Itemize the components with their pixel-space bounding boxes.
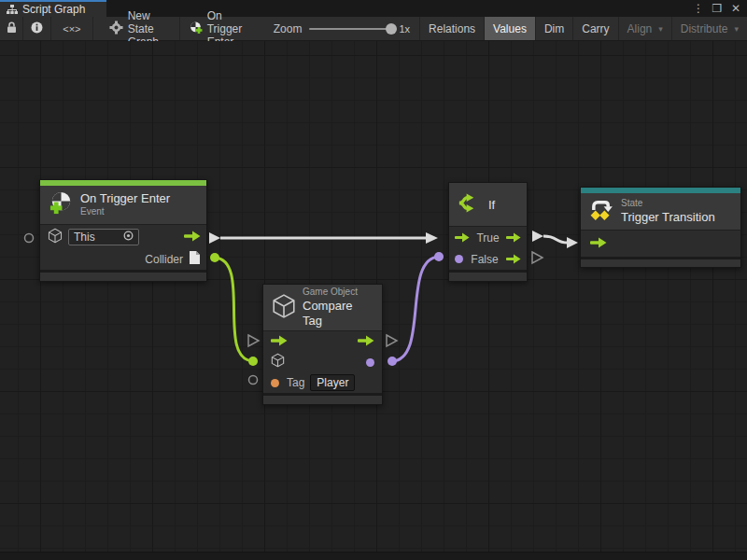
window-bottom-edge	[0, 552, 747, 560]
control-output-port[interactable]	[358, 333, 374, 350]
lock-button[interactable]	[0, 17, 23, 40]
node-category: State	[621, 198, 715, 210]
control-output-port[interactable]	[184, 229, 201, 245]
graph-canvas[interactable]: On Trigger Enter Event This	[0, 41, 747, 560]
zoom-slider-knob[interactable]	[386, 23, 397, 35]
unconnected-port-ring[interactable]	[25, 234, 34, 243]
tag-value-field[interactable]: Player	[310, 374, 355, 391]
distribute-dropdown[interactable]: Distribute▾	[671, 17, 747, 40]
unconnected-port-triangle[interactable]	[532, 252, 543, 263]
close-icon[interactable]: ✕	[728, 1, 743, 16]
game-object-cube-icon	[48, 228, 63, 247]
false-port-label: False	[471, 253, 498, 266]
values-button[interactable]: Values	[484, 17, 535, 40]
distribute-label: Distribute	[681, 22, 728, 35]
zoom-value: 1x	[399, 23, 410, 35]
info-button[interactable]	[23, 17, 51, 40]
dim-button[interactable]: Dim	[535, 17, 572, 40]
node-header: Game Object Compare Tag	[263, 285, 382, 331]
carry-label: Carry	[582, 22, 609, 35]
node-body	[581, 231, 740, 257]
unconnected-port-triangle[interactable]	[387, 335, 397, 346]
node-trigger-transition[interactable]: State Trigger Transition	[580, 187, 741, 268]
control-input-port[interactable]	[271, 333, 288, 350]
node-header: If	[449, 183, 527, 227]
zoom-slider[interactable]	[309, 28, 391, 30]
wire-control-ote-to-if[interactable]	[209, 232, 438, 244]
view-toggle-group: Relations Values Dim Carry Align▾ Distri…	[419, 17, 747, 40]
port-row-true: True	[449, 227, 527, 248]
window-menu-icon[interactable]: ⋮	[691, 1, 706, 16]
node-title: If	[488, 198, 495, 212]
branch-icon	[458, 191, 481, 218]
control-input-port[interactable]	[590, 235, 607, 252]
port-row-control	[263, 331, 382, 352]
wire-bool-comparetag-to-if[interactable]	[388, 252, 444, 366]
port-row-tag: Tag Player	[263, 372, 382, 393]
tab-script-graph[interactable]: Script Graph	[0, 0, 106, 17]
node-footer	[263, 393, 382, 404]
carry-button[interactable]: Carry	[572, 17, 617, 40]
control-input-port[interactable]	[455, 230, 470, 246]
on-trigger-enter-icon	[49, 190, 74, 219]
node-title: On Trigger Enter	[80, 191, 170, 206]
breadcrumb[interactable]: On Trigger Enter	[180, 17, 257, 40]
code-brackets-icon: <×>	[63, 23, 80, 35]
window-controls: ⋮ ❒ ✕	[691, 0, 743, 17]
collider-port-label: Collider	[145, 253, 183, 266]
tag-input-port[interactable]	[271, 379, 279, 387]
port-row-gameobject	[263, 352, 382, 372]
node-footer	[449, 270, 527, 281]
align-dropdown[interactable]: Align▾	[618, 17, 671, 40]
false-output-port[interactable]	[506, 251, 521, 268]
node-body: This Collider	[40, 225, 206, 270]
node-header: On Trigger Enter Event	[40, 186, 206, 225]
relations-label: Relations	[429, 22, 475, 35]
new-state-graph-button[interactable]: New State Graph	[101, 17, 180, 40]
lock-icon	[7, 21, 17, 36]
node-title: Compare Tag	[303, 299, 374, 329]
chevron-down-icon: ▾	[658, 24, 663, 34]
node-body: True False	[449, 227, 527, 270]
tag-value: Player	[317, 376, 348, 389]
node-if[interactable]: If True False	[448, 182, 528, 282]
game-object-cube-icon	[272, 293, 296, 323]
wire-true-if-to-transition[interactable]	[532, 231, 578, 248]
node-header: State Trigger Transition	[581, 193, 740, 231]
port-row-collider: Collider	[40, 249, 206, 270]
node-subtitle: Event	[80, 206, 170, 218]
boolean-output-port[interactable]	[366, 358, 374, 367]
zoom-control: Zoom 1x	[264, 17, 419, 40]
chevron-down-icon: ▾	[734, 24, 739, 34]
tag-port-label: Tag	[287, 376, 304, 389]
node-on-trigger-enter[interactable]: On Trigger Enter Event This	[39, 179, 207, 282]
condition-input-port[interactable]	[455, 255, 463, 263]
state-graph-icon	[109, 21, 123, 37]
graph-hierarchy-icon	[7, 5, 18, 15]
event-graph-icon	[189, 21, 203, 37]
align-label: Align	[627, 22, 653, 35]
object-picker-icon	[123, 231, 134, 244]
game-object-input-port[interactable]	[271, 353, 285, 371]
maximize-icon[interactable]: ❒	[710, 1, 725, 16]
true-port-label: True	[476, 231, 499, 245]
wire-collider-to-comparetag[interactable]	[210, 253, 258, 366]
port-row-control	[581, 231, 740, 257]
graph-toolbar: <×> New State Graph On Trigger Enter Zoo…	[0, 17, 747, 41]
port-row-false: False	[449, 248, 527, 270]
values-label: Values	[493, 22, 527, 35]
script-graph-window: Script Graph ⋮ ❒ ✕ <×> New State Graph	[0, 0, 747, 560]
tab-title: Script Graph	[22, 3, 85, 16]
unconnected-port-triangle[interactable]	[248, 335, 259, 346]
node-compare-tag[interactable]: Game Object Compare Tag	[262, 284, 383, 405]
relations-button[interactable]: Relations	[419, 17, 484, 40]
zoom-label: Zoom	[274, 22, 303, 35]
true-output-port[interactable]	[506, 230, 521, 246]
node-body: Tag Player	[263, 331, 382, 393]
edit-code-button[interactable]: <×>	[51, 17, 93, 40]
collider-document-icon[interactable]	[189, 250, 201, 269]
unconnected-port-ring[interactable]	[249, 376, 258, 385]
node-footer	[581, 257, 740, 267]
info-icon	[31, 21, 43, 36]
this-object-dropdown[interactable]: This	[68, 229, 139, 245]
